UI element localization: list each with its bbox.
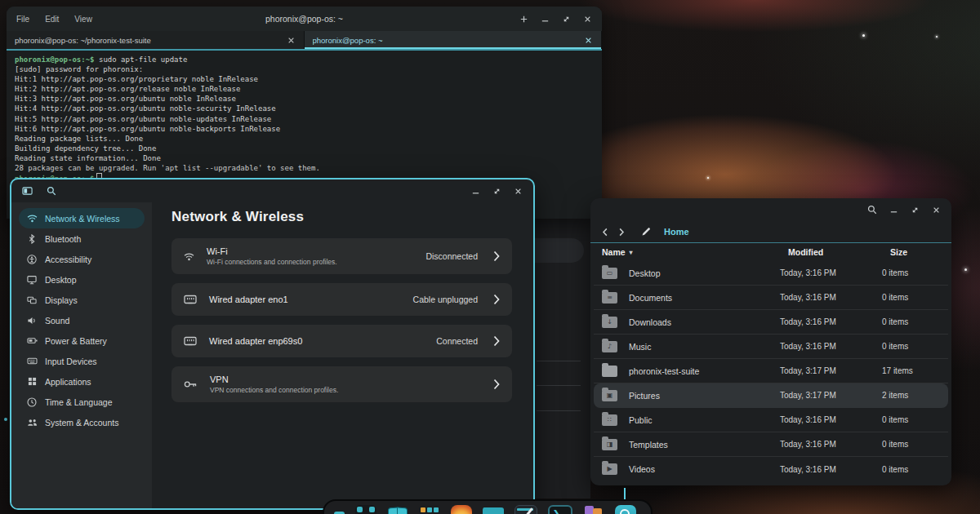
file-row-desktop[interactable]: ▭DesktopToday, 3:16 PM0 items xyxy=(594,261,948,286)
terminal-tab[interactable]: phoronix@pop-os: ~/phoronix-test-suite xyxy=(7,31,305,49)
terminal-line: 28 packages can be upgraded. Run 'apt li… xyxy=(15,163,602,173)
forward-icon[interactable] xyxy=(618,228,625,237)
tab-label: phoronix@pop-os: ~/phoronix-test-suite xyxy=(15,36,280,45)
sidebar-item-desktop[interactable]: Desktop xyxy=(19,269,145,290)
file-modified: Today, 3:16 PM xyxy=(780,293,882,302)
settings-titlebar[interactable] xyxy=(11,179,533,202)
dock-package-manager-icon[interactable] xyxy=(583,505,604,514)
dock-text-editor-icon[interactable] xyxy=(514,505,537,514)
page-title: Network & Wireless xyxy=(172,209,512,225)
sidebar-item-system-accounts[interactable]: System & Accounts xyxy=(19,412,145,432)
file-row-videos[interactable]: ▶VideosToday, 3:16 PM0 items xyxy=(594,457,948,481)
file-row-phoronix-test-suite[interactable]: phoronix-test-suiteToday, 3:17 PM17 item… xyxy=(594,359,948,383)
column-header-modified[interactable]: Modified xyxy=(788,247,890,257)
file-row-music[interactable]: ♪MusicToday, 3:16 PM0 items xyxy=(594,335,948,359)
sidebar-item-power-battery[interactable]: Power & Battery xyxy=(19,330,145,351)
wallpaper-star xyxy=(707,177,709,179)
terminal-tab[interactable]: phoronix@pop-os: ~ xyxy=(305,31,603,49)
file-name: Videos xyxy=(629,464,655,474)
terminal-titlebar[interactable]: FileEditView phoronix@pop-os: ~ xyxy=(7,7,602,31)
menu-item-file[interactable]: File xyxy=(16,15,29,24)
minimize-icon[interactable] xyxy=(889,206,898,215)
divider xyxy=(537,361,581,361)
network-row-wi-fi[interactable]: Wi-FiWi-Fi connections and connection pr… xyxy=(172,238,512,274)
divider xyxy=(537,385,581,386)
chevron-right-icon xyxy=(493,294,500,305)
sidebar-item-network-wireless[interactable]: Network & Wireless xyxy=(19,208,145,228)
edit-path-icon[interactable] xyxy=(641,227,651,237)
back-icon[interactable] xyxy=(602,228,608,237)
accessibility-icon xyxy=(26,255,38,264)
file-modified: Today, 3:16 PM xyxy=(780,440,882,449)
minimize-icon[interactable] xyxy=(471,187,480,196)
shell-command: sudo apt-file update xyxy=(95,55,188,64)
file-name-cell: ↓Downloads xyxy=(602,317,780,328)
sidebar-item-bluetooth[interactable]: Bluetooth xyxy=(19,228,145,249)
terminal-tab-bar: phoronix@pop-os: ~/phoronix-test-suiteph… xyxy=(7,31,602,51)
folder-icon xyxy=(602,366,617,377)
row-text: Wired adapter eno1 xyxy=(209,295,288,304)
folder-icon: ▭ xyxy=(602,268,617,279)
maximize-icon[interactable] xyxy=(911,206,920,215)
column-header-size[interactable]: Size xyxy=(890,247,940,257)
background-window-highlight xyxy=(533,238,584,263)
sidebar-item-input-devices[interactable]: Input Devices xyxy=(19,351,145,371)
terminal-line: Hit:3 http://apt.pop-os.org/ubuntu noble… xyxy=(15,94,602,104)
network-row-wired-adapter-eno1[interactable]: Wired adapter eno1Cable unplugged xyxy=(172,283,512,316)
tab-close-icon[interactable] xyxy=(584,36,593,45)
files-titlebar[interactable] xyxy=(590,198,951,221)
terminal-line: Hit:6 http://apt.pop-os.org/ubuntu noble… xyxy=(15,124,602,134)
column-header-name[interactable]: Name ▾ xyxy=(602,247,788,257)
file-size: 0 items xyxy=(882,268,940,277)
folder-emblem: ∷ xyxy=(608,417,612,423)
dock-files-icon[interactable] xyxy=(483,507,504,514)
row-status: Connected xyxy=(436,336,478,346)
sidebar-item-accessibility[interactable]: Accessibility xyxy=(19,249,145,269)
dock-terminal-icon[interactable]: ❯ xyxy=(548,505,572,514)
wifi-icon xyxy=(184,252,194,261)
maximize-icon[interactable] xyxy=(492,187,501,196)
sidebar-item-label: Displays xyxy=(45,295,78,305)
search-icon[interactable] xyxy=(47,186,56,196)
network-row-vpn[interactable]: VPNVPN connections and connection profil… xyxy=(172,366,512,402)
close-icon[interactable] xyxy=(514,187,523,196)
file-row-templates[interactable]: ◨TemplatesToday, 3:16 PM0 items xyxy=(594,432,948,457)
desktop-icon xyxy=(26,275,38,285)
close-icon[interactable] xyxy=(583,15,592,24)
file-row-documents[interactable]: ≡DocumentsToday, 3:16 PM0 items xyxy=(594,286,948,310)
file-name-cell: ◨Templates xyxy=(602,439,780,450)
file-row-pictures[interactable]: ▣PicturesToday, 3:17 PM2 items xyxy=(594,383,948,408)
tab-close-icon[interactable] xyxy=(287,36,296,45)
dock-docs-reader-icon[interactable] xyxy=(387,505,408,514)
sidebar-item-sound[interactable]: Sound xyxy=(19,310,145,330)
menu-item-edit[interactable]: Edit xyxy=(45,15,59,24)
vpn-key-icon xyxy=(184,379,198,389)
add-tab-icon[interactable] xyxy=(519,15,528,24)
file-row-public[interactable]: ∷PublicToday, 3:16 PM0 items xyxy=(594,408,948,432)
dock-launcher-icon[interactable] xyxy=(355,505,376,514)
close-icon[interactable] xyxy=(932,206,941,215)
sidebar-item-applications[interactable]: Applications xyxy=(19,371,145,392)
dock-cosmic-hub-icon[interactable] xyxy=(615,505,636,514)
dock-app-grid-icon[interactable] xyxy=(419,505,440,514)
maximize-icon[interactable] xyxy=(562,15,571,24)
folder-emblem: ▣ xyxy=(607,392,613,399)
terminal-output[interactable]: phoronix@pop-os:~$ sudo apt-file update[… xyxy=(7,51,602,184)
file-row-downloads[interactable]: ↓DownloadsToday, 3:16 PM0 items xyxy=(594,310,948,335)
sidebar-item-time-language[interactable]: Time & Language xyxy=(19,392,145,412)
settings-sidebar: Network & WirelessBluetoothAccessibility… xyxy=(11,202,152,508)
file-size: 0 items xyxy=(882,293,940,302)
search-icon[interactable] xyxy=(867,205,877,215)
menu-item-view[interactable]: View xyxy=(74,15,92,24)
network-row-wired-adapter-enp69s0[interactable]: Wired adapter enp69s0Connected xyxy=(172,325,512,357)
dock-web-browser-icon[interactable] xyxy=(451,505,472,514)
sidebar-toggle-icon[interactable] xyxy=(22,186,33,196)
file-name: phoronix-test-suite xyxy=(629,366,699,376)
background-window xyxy=(532,217,590,498)
minimize-icon[interactable] xyxy=(541,15,550,24)
file-name-cell: ▶Videos xyxy=(602,463,780,475)
wallpaper-star xyxy=(964,268,967,271)
sidebar-item-displays[interactable]: Displays xyxy=(19,290,145,310)
breadcrumb[interactable]: Home xyxy=(664,227,689,237)
row-status: Disconnected xyxy=(425,251,478,261)
